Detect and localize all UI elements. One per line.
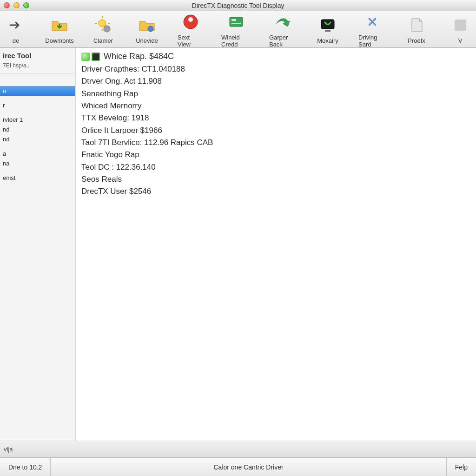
content-line: TTX Bevelog: 1918 [81,112,470,124]
toolbar-label: Clamer [93,37,113,44]
sidebar-spacer [0,77,75,81]
toolbar-label: V [458,37,463,44]
close-icon[interactable] [4,2,10,8]
folder-down-icon [49,15,70,35]
app-window: DirecTX Diagnostic Tool Display deDowmon… [0,0,476,476]
content-line: Taol 7TI Bervlice: 112.96 Rapics CAB [81,137,470,149]
svg-rect-9 [230,17,243,26]
chip-icon [92,53,100,61]
display-green-icon [317,15,338,35]
content-line: Seos Reals [81,173,470,185]
toolbar-label: Sext View [178,34,204,48]
window-controls [4,2,29,8]
content-header-icons [81,53,100,61]
bottom-center-button[interactable]: Calor one Cantric Driver [51,458,446,476]
svg-point-5 [104,26,110,32]
toolbar-drivingsard-button[interactable]: Driving Sard [358,12,386,48]
red-pin-icon [180,12,201,32]
sidebar-item[interactable]: nd [0,125,75,134]
toolbar-label: de [13,37,19,44]
sidebar-title: irec Tool [0,48,75,61]
content-line: Dtrver Ong. Act 11.908 [81,75,470,87]
toolbar-garperback-button[interactable]: Garper Back [269,12,297,48]
status-strip: vlja [0,441,476,457]
bottom-left-button[interactable]: Dne to 10.2 [0,458,51,476]
toolbar-label: Proefx [408,37,425,44]
sidebar-spacer [0,96,75,100]
toolbar-label: Driving Sard [358,34,386,48]
sidebar-spacer [0,168,75,173]
toolbar-clamer-button[interactable]: Clamer [90,15,116,44]
content-lines: Driver Grapthes: CT1.040188Dtrver Ong. A… [81,63,470,198]
content-header: Whice Rap. $484C [81,52,470,61]
minimize-icon[interactable] [13,2,20,8]
content-title: Whice Rap. $484C [104,52,174,61]
body: irec Tool 7EI hsp/a.. orrvloer 1ndndanae… [0,47,476,441]
content-line: Orlice It Larpoer $1966 [81,125,470,137]
sidebar-item[interactable]: o [0,86,75,96]
toolbar-label: Garper Back [269,34,297,48]
sidebar-item[interactable]: na [0,159,75,168]
toolbar-label: Unevide [136,37,158,44]
page-gray-icon [406,15,427,35]
sidebar-subtitle: 7EI hsp/a.. [0,61,75,74]
toolbar-unevide-button[interactable]: Unevide [134,15,160,44]
cut-icon [450,15,470,35]
content-line: Teol DC : 122.36.140 [81,161,470,173]
titlebar: DirecTX Diagnostic Tool Display [0,0,476,11]
toolbar-label: Wineid Credd [221,34,251,48]
toolbar-v-button[interactable]: V [447,15,473,44]
sidebar-spacer [0,144,75,149]
sidebar-spacer [0,81,75,86]
content-line: DrecTX User $2546 [81,185,470,198]
sidebar-item[interactable]: r [0,100,75,110]
status-left: vlja [4,446,13,453]
svg-point-0 [99,20,106,27]
bottom-center-label: Calor one Cantric Driver [213,463,283,471]
svg-rect-11 [231,23,241,24]
toolbar: deDowmontsClamerUnevideSext ViewWineid C… [0,11,476,47]
window-title: DirecTX Diagnostic Tool Display [0,2,476,9]
status-ok-icon [81,53,90,61]
svg-point-6 [148,26,153,32]
arrow-right-icon [6,15,26,35]
svg-rect-13 [325,30,331,32]
content-pane: Whice Rap. $484C Driver Grapthes: CT1.04… [75,48,476,441]
bottom-right-label: Felp [455,463,468,471]
sun-gear-icon [93,15,113,35]
toolbar-label: Moxairy [317,37,338,44]
toolbar-wineidcredd-button[interactable]: Wineid Credd [221,12,251,48]
content-line: Driver Grapthes: CT1.040188 [81,63,470,75]
sidebar-list: orrvloer 1ndndanaenist [0,74,75,441]
content-line: Seneething Rap [81,88,470,100]
content-line: Fnatic Yogo Rap [81,149,470,161]
green-card-icon [226,12,246,32]
toolbar-dowmonts-button[interactable]: Dowmonts [46,15,73,44]
sidebar-item[interactable]: nd [0,134,75,144]
toolbar-moxairy-button[interactable]: Moxairy [315,15,341,44]
bottom-bar: Dne to 10.2 Calor one Cantric Driver Fel… [0,457,476,476]
sidebar-item[interactable]: enist [0,173,75,183]
sidebar: irec Tool 7EI hsp/a.. orrvloer 1ndndanae… [0,48,75,441]
bottom-right-button[interactable]: Felp [446,458,476,476]
svg-point-8 [188,17,193,22]
fan-blue-icon [362,12,383,32]
svg-rect-10 [231,19,236,21]
content-line: Whiced Mernorry [81,100,470,112]
toolbar-de-button[interactable]: de [3,15,29,44]
zoom-icon[interactable] [23,2,29,8]
sidebar-item[interactable]: rvloer 1 [0,115,75,125]
bottom-left-label: Dne to 10.2 [8,463,42,471]
folder-gear-icon [137,15,157,35]
svg-rect-14 [455,20,466,31]
toolbar-sextview-button[interactable]: Sext View [178,12,204,48]
toolbar-label: Dowmonts [45,37,73,44]
sidebar-item[interactable]: a [0,149,75,159]
toolbar-proefx-button[interactable]: Proefx [403,15,430,44]
green-arrow-icon [273,12,293,32]
sidebar-spacer [0,110,75,115]
